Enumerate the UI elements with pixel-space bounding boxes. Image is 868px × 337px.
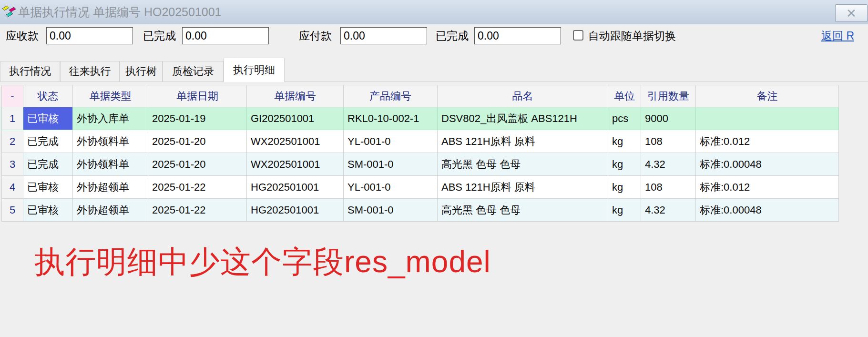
cell-product-name[interactable]: ABS 121H原料 原料 xyxy=(438,176,608,199)
receivables-completed-input[interactable] xyxy=(182,27,269,44)
cell-status[interactable]: 已审核 xyxy=(23,199,73,222)
cell-product-no[interactable]: SM-001-0 xyxy=(344,153,438,176)
tab-execution-detail[interactable]: 执行明细 xyxy=(224,58,285,82)
cell-product-no[interactable]: YL-001-0 xyxy=(344,176,438,199)
cell-doc-no[interactable]: GI202501001 xyxy=(247,107,344,130)
cell-qty[interactable]: 108 xyxy=(641,130,696,153)
payables-input[interactable] xyxy=(340,27,427,44)
col-header-doc-no[interactable]: 单据编号 xyxy=(247,85,344,107)
cell-remark[interactable] xyxy=(696,107,839,130)
col-header-status[interactable]: 状态 xyxy=(23,85,73,107)
tab-transaction-execution[interactable]: 往来执行 xyxy=(60,61,120,82)
cell-doc-no[interactable]: HG202501001 xyxy=(247,176,344,199)
col-header-unit[interactable]: 单位 xyxy=(608,85,641,107)
cell-unit[interactable]: kg xyxy=(608,199,641,222)
table-row: 2 已完成 外协领料单 2025-01-20 WX202501001 YL-00… xyxy=(2,130,839,153)
tabstrip: 执行情况 往来执行 执行树 质检记录 执行明细 xyxy=(0,57,868,82)
cell-remark[interactable]: 标准:0.00048 xyxy=(696,199,839,222)
receivables-label: 应收款 xyxy=(6,26,39,45)
cell-row-number[interactable]: 4 xyxy=(2,176,23,199)
window-title: 单据执行情况 单据编号 HO202501001 xyxy=(18,0,222,24)
close-icon: ✕ xyxy=(846,7,857,20)
auto-follow-checkbox[interactable] xyxy=(573,30,583,41)
table-row: 5 已审核 外协超领单 2025-01-22 HG202501001 SM-00… xyxy=(2,199,839,222)
titlebar[interactable]: 单据执行情况 单据编号 HO202501001 ✕ xyxy=(0,0,868,24)
col-header-product-name[interactable]: 品名 xyxy=(438,85,608,107)
col-header-product-no[interactable]: 产品编号 xyxy=(344,85,438,107)
cell-row-number[interactable]: 5 xyxy=(2,199,23,222)
cell-unit[interactable]: pcs xyxy=(608,107,641,130)
cell-unit[interactable]: kg xyxy=(608,130,641,153)
cell-remark[interactable]: 标准:0.012 xyxy=(696,130,839,153)
cell-doc-type[interactable]: 外协超领单 xyxy=(73,199,148,222)
cell-qty[interactable]: 9000 xyxy=(641,107,696,130)
cell-row-number[interactable]: 3 xyxy=(2,153,23,176)
tab-execution-tree[interactable]: 执行树 xyxy=(120,61,163,82)
cell-qty[interactable]: 4.32 xyxy=(641,153,696,176)
cell-unit[interactable]: kg xyxy=(608,153,641,176)
col-header-remark[interactable]: 备注 xyxy=(696,85,839,107)
cell-unit[interactable]: kg xyxy=(608,176,641,199)
back-link[interactable]: 返回 R xyxy=(821,26,854,45)
annotation-text: 执行明细中少这个字段res_model xyxy=(34,241,491,283)
payables-completed-input[interactable] xyxy=(474,27,561,44)
cell-qty[interactable]: 4.32 xyxy=(641,199,696,222)
cell-doc-type[interactable]: 外协领料单 xyxy=(73,153,148,176)
cell-product-name[interactable]: 高光黑 色母 色母 xyxy=(438,153,608,176)
cell-remark[interactable]: 标准:0.00048 xyxy=(696,153,839,176)
table-row: 4 已审核 外协超领单 2025-01-22 HG202501001 YL-00… xyxy=(2,176,839,199)
tab-qc-records[interactable]: 质检记录 xyxy=(163,61,224,82)
app-icon xyxy=(2,5,16,19)
cell-product-no[interactable]: YL-001-0 xyxy=(344,130,438,153)
cell-doc-date[interactable]: 2025-01-20 xyxy=(148,153,247,176)
cell-doc-date[interactable]: 2025-01-19 xyxy=(148,107,247,130)
cell-doc-date[interactable]: 2025-01-22 xyxy=(148,176,247,199)
cell-status[interactable]: 已完成 xyxy=(23,153,73,176)
cell-doc-type[interactable]: 外协领料单 xyxy=(73,130,148,153)
cell-product-name[interactable]: ABS 121H原料 原料 xyxy=(438,130,608,153)
cell-qty[interactable]: 108 xyxy=(641,176,696,199)
cell-row-number[interactable]: 1 xyxy=(2,107,23,130)
table-row: 3 已完成 外协领料单 2025-01-20 WX202501001 SM-00… xyxy=(2,153,839,176)
cell-doc-date[interactable]: 2025-01-22 xyxy=(148,199,247,222)
cell-status[interactable]: 已完成 xyxy=(23,130,73,153)
cell-doc-no[interactable]: WX202501001 xyxy=(247,130,344,153)
execution-detail-grid: - 状态 单据类型 单据日期 单据编号 产品编号 品名 单位 引用数量 备注 1… xyxy=(1,85,839,222)
payables-label: 应付款 xyxy=(299,26,332,45)
payables-completed-label: 已完成 xyxy=(436,26,469,45)
table-row: 1 已审核 外协入库单 2025-01-19 GI202501001 RKL0-… xyxy=(2,107,839,130)
tab-execution-status[interactable]: 执行情况 xyxy=(0,61,60,82)
cell-row-number[interactable]: 2 xyxy=(2,130,23,153)
auto-follow-label: 自动跟随单据切换 xyxy=(588,26,676,45)
col-header-doc-date[interactable]: 单据日期 xyxy=(148,85,247,107)
header-row: - 状态 单据类型 单据日期 单据编号 产品编号 品名 单位 引用数量 备注 xyxy=(2,85,839,107)
cell-product-no[interactable]: SM-001-0 xyxy=(344,199,438,222)
col-header-qty[interactable]: 引用数量 xyxy=(641,85,696,107)
col-header-doc-type[interactable]: 单据类型 xyxy=(73,85,148,107)
cell-doc-no[interactable]: HG202501001 xyxy=(247,199,344,222)
cell-doc-date[interactable]: 2025-01-20 xyxy=(148,130,247,153)
cell-status[interactable]: 已审核 xyxy=(23,176,73,199)
close-button[interactable]: ✕ xyxy=(835,4,868,22)
receivables-completed-label: 已完成 xyxy=(143,26,176,45)
cell-doc-type[interactable]: 外协入库单 xyxy=(73,107,148,130)
cell-product-name[interactable]: DSV802_出风盖板 ABS121H xyxy=(438,107,608,130)
receivables-input[interactable] xyxy=(46,27,133,44)
cell-doc-type[interactable]: 外协超领单 xyxy=(73,176,148,199)
col-header-rownum[interactable]: - xyxy=(2,85,23,107)
cell-product-no[interactable]: RKL0-10-002-1 xyxy=(344,107,438,130)
cell-remark[interactable]: 标准:0.012 xyxy=(696,176,839,199)
cell-doc-no[interactable]: WX202501001 xyxy=(247,153,344,176)
cell-product-name[interactable]: 高光黑 色母 色母 xyxy=(438,199,608,222)
cell-status[interactable]: 已审核 xyxy=(23,107,73,130)
